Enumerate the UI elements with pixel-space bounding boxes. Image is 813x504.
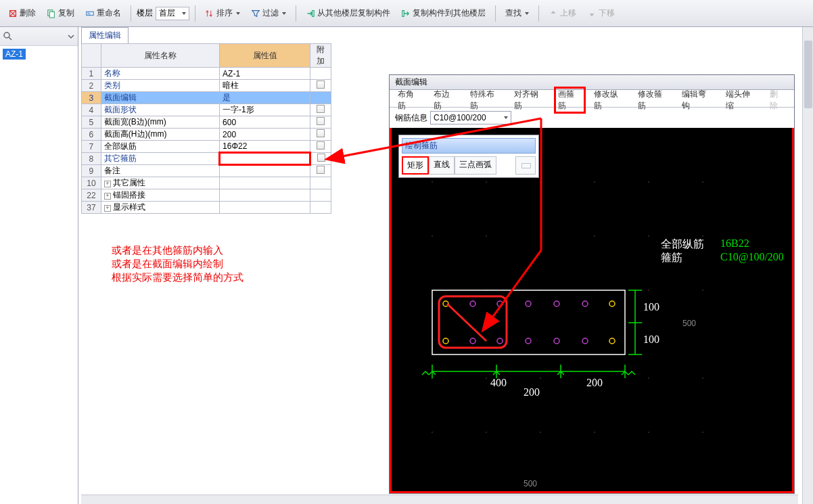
- prop-extra[interactable]: [310, 129, 331, 141]
- prop-value[interactable]: 是: [220, 92, 310, 104]
- table-row[interactable]: 10+其它属性: [82, 177, 331, 189]
- svg-point-27: [540, 377, 541, 379]
- delete-button[interactable]: 删除: [4, 5, 40, 22]
- prop-value[interactable]: [220, 153, 310, 165]
- row-number: 8: [82, 153, 101, 165]
- filter-button[interactable]: 过滤: [247, 5, 290, 22]
- svg-point-17: [648, 235, 649, 237]
- checkbox[interactable]: [317, 129, 325, 137]
- checkbox[interactable]: [317, 141, 325, 150]
- tree-item-az1[interactable]: AZ-1: [3, 49, 26, 60]
- prop-extra[interactable]: [310, 177, 331, 189]
- checkbox[interactable]: [317, 105, 325, 113]
- movedown-label: 下移: [599, 7, 615, 19]
- dropdown-icon: [182, 12, 186, 15]
- table-row[interactable]: 7全部纵筋16Φ22: [82, 141, 331, 153]
- right-scrollbar[interactable]: [802, 27, 813, 504]
- copyto-label: 复制构件到其他楼层: [413, 7, 486, 19]
- svg-point-7: [432, 181, 433, 183]
- table-row[interactable]: 9备注: [82, 165, 331, 177]
- table-row[interactable]: 22+锚固搭接: [82, 189, 331, 202]
- svg-point-12: [702, 181, 703, 183]
- scrollbar-thumb[interactable]: [804, 41, 812, 108]
- prop-value[interactable]: [220, 202, 310, 214]
- floor-select[interactable]: 首层: [156, 7, 189, 20]
- find-button[interactable]: 查找: [501, 5, 533, 22]
- expand-icon[interactable]: +: [104, 205, 111, 212]
- prop-value[interactable]: [220, 189, 310, 202]
- movedown-button[interactable]: 下移: [583, 5, 619, 22]
- rename-button[interactable]: 重命名: [81, 5, 125, 22]
- dim-100b: 100: [643, 334, 659, 346]
- checkbox[interactable]: [317, 81, 325, 89]
- dim-400: 400: [490, 377, 507, 389]
- main-toolbar: 删除 复制 重命名 楼层 首层 排序 过滤 从其他楼层复制: [0, 0, 813, 27]
- prop-value[interactable]: 200: [220, 129, 310, 141]
- section-canvas[interactable]: 绘制箍筋 矩形直线三点画弧: [390, 128, 794, 493]
- prop-value[interactable]: 16Φ22: [220, 141, 310, 153]
- svg-point-6: [4, 32, 9, 38]
- dropdown-icon: [525, 12, 529, 15]
- expand-icon[interactable]: +: [104, 193, 111, 200]
- prop-extra[interactable]: [310, 189, 331, 202]
- dropdown-icon: [282, 12, 286, 15]
- expand-icon[interactable]: +: [104, 181, 111, 187]
- table-row[interactable]: 3截面编辑是: [82, 92, 331, 104]
- prop-value[interactable]: 暗柱: [220, 80, 310, 92]
- copy-button[interactable]: 复制: [43, 5, 78, 22]
- table-row[interactable]: 6截面高(H边)(mm)200: [82, 129, 331, 141]
- prop-name: 备注: [101, 165, 219, 177]
- prop-value[interactable]: [220, 165, 310, 177]
- checkbox[interactable]: [317, 117, 325, 125]
- sort-button[interactable]: 排序: [201, 5, 244, 22]
- table-row[interactable]: 5截面宽(B边)(mm)600: [82, 116, 331, 129]
- table-row[interactable]: 1名称AZ-1: [82, 68, 331, 80]
- svg-rect-4: [312, 10, 315, 16]
- rename-label: 重命名: [97, 7, 121, 19]
- table-row[interactable]: 2类别暗柱: [82, 80, 331, 92]
- copyfrom-button[interactable]: 从其他楼层复制构件: [302, 5, 394, 22]
- prop-value[interactable]: 600: [220, 116, 310, 129]
- moveup-button[interactable]: 上移: [544, 5, 580, 22]
- section-editor-tabs: 布角筋布边筋特殊布筋对齐钢筋画箍筋修改纵筋修改箍筋编辑弯钩端头伸缩删除: [390, 90, 794, 108]
- steel-label: 钢筋信息: [395, 112, 427, 124]
- collapse-icon[interactable]: [67, 32, 75, 41]
- svg-rect-52: [439, 296, 507, 348]
- table-row[interactable]: 8其它箍筋: [82, 153, 331, 165]
- steel-info-select[interactable]: C10@100/200: [430, 111, 511, 124]
- row-number: 6: [82, 129, 101, 141]
- prop-value[interactable]: AZ-1: [220, 68, 310, 80]
- table-row[interactable]: 37+显示样式: [82, 202, 331, 214]
- prop-extra[interactable]: [310, 116, 331, 129]
- bottom-scrollbar[interactable]: [81, 495, 798, 504]
- svg-line-53: [447, 304, 486, 341]
- prop-name: 全部纵筋: [101, 141, 219, 153]
- prop-value[interactable]: 一字-1形: [220, 104, 310, 116]
- prop-name: +锚固搭接: [101, 189, 219, 202]
- prop-extra[interactable]: [310, 165, 331, 177]
- col-value: 属性值: [220, 44, 310, 68]
- steel-info-value: C10@100/200: [434, 113, 486, 122]
- prop-extra[interactable]: [310, 92, 331, 104]
- left-tree-pane: AZ-1: [0, 27, 78, 504]
- prop-extra[interactable]: [310, 153, 331, 165]
- prop-extra[interactable]: [310, 104, 331, 116]
- prop-extra[interactable]: [310, 68, 331, 80]
- panel-tab[interactable]: 属性编辑: [81, 27, 129, 43]
- prop-extra[interactable]: [310, 202, 331, 214]
- copyto-button[interactable]: 复制构件到其他楼层: [397, 5, 490, 22]
- property-panel: 属性编辑 属性名称 属性值 附加 1名称AZ-12类别暗柱3截面编辑是4截面形状…: [81, 27, 392, 214]
- prop-value[interactable]: [220, 177, 310, 189]
- down-icon: [587, 9, 597, 18]
- svg-point-33: [540, 432, 541, 433]
- note-line1: 或者是在其他箍筋内输入: [112, 244, 243, 257]
- row-number: 9: [82, 165, 101, 177]
- prop-extra[interactable]: [310, 80, 331, 92]
- search-icon[interactable]: [3, 31, 14, 42]
- table-row[interactable]: 4截面形状一字-1形: [82, 104, 331, 116]
- checkbox[interactable]: [317, 166, 325, 174]
- sort-label: 排序: [216, 7, 233, 19]
- dim-500r: 500: [682, 319, 696, 328]
- checkbox[interactable]: [317, 154, 325, 162]
- prop-extra[interactable]: [310, 141, 331, 153]
